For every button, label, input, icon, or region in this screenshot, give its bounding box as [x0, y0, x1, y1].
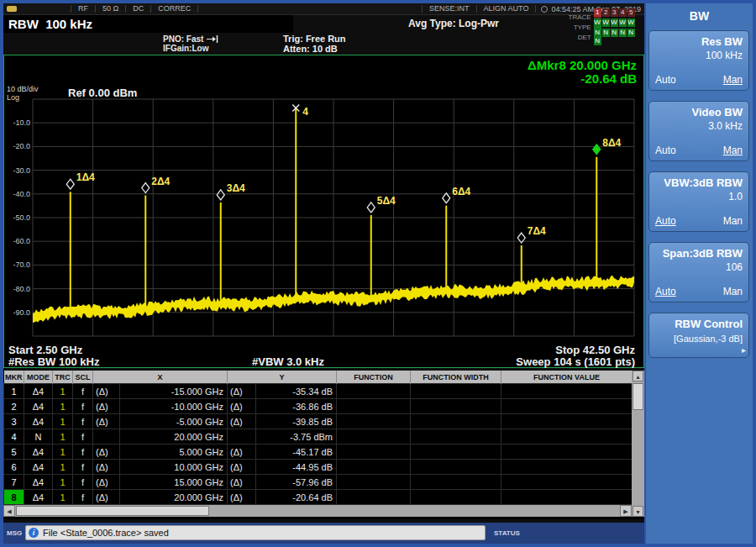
vertical-scroll-thumb[interactable]: [633, 383, 643, 410]
marker-y-value: -45.17 dB: [256, 444, 337, 460]
softkey-vbw-3db-rbw[interactable]: VBW:3dB RBW 1.0 Auto Man: [648, 171, 749, 232]
man-option[interactable]: Man: [723, 145, 743, 156]
correction-indicator: CORREC: [151, 3, 197, 14]
marker-function: [337, 490, 411, 505]
marker-function-value: [501, 460, 633, 475]
arrow-to-bar-icon: [207, 35, 218, 43]
auto-option[interactable]: Auto: [655, 215, 676, 227]
menu-title: BW: [646, 3, 753, 23]
marker-diamond: [217, 190, 224, 200]
clock-icon: [541, 6, 548, 13]
trace-number-chip: 1: [594, 8, 601, 17]
marker-label: 5Δ4: [377, 195, 396, 207]
y-axis-label: -10.0: [13, 118, 30, 127]
marker-scale: f: [73, 429, 93, 444]
marker-function: [337, 384, 411, 399]
scroll-up-icon[interactable]: ▲: [633, 371, 643, 381]
header-scl: SCL: [73, 371, 93, 384]
marker-label: 4: [302, 106, 308, 118]
message-text: File <State_0006.trace> saved: [43, 528, 169, 538]
softkey-video-bw[interactable]: Video BW 3.0 kHz Auto Man: [648, 101, 749, 161]
marker-table-row[interactable]: 8Δ41f(Δ)20.000 GHz(Δ)-20.64 dB: [4, 490, 633, 505]
marker-diamond: [367, 202, 375, 213]
scroll-down-icon[interactable]: ▼: [633, 506, 643, 517]
marker-function-width: [411, 444, 501, 460]
atten-label: Atten: 10 dB: [283, 44, 338, 54]
brand-icon: [7, 6, 17, 12]
auto-man-row: Auto Man: [655, 215, 743, 227]
header-x: X: [93, 371, 228, 384]
marker-function-value: [501, 429, 633, 444]
auto-option[interactable]: Auto: [655, 145, 676, 156]
marker-label: 7Δ4: [528, 225, 546, 237]
vertical-scrollbar[interactable]: ▲ ▼: [632, 371, 644, 517]
trigger-label: Trig: Free Run: [283, 34, 346, 44]
pno-text: PNO: Fast: [163, 34, 203, 44]
header-function: FUNCTION: [337, 371, 411, 384]
marker-function-width: [411, 414, 501, 429]
man-option[interactable]: Man: [723, 286, 743, 297]
softkey-title: Res BW: [655, 35, 743, 48]
marker-y-value: -39.85 dB: [256, 414, 337, 429]
delta-marker-readout: ΔMkr8 20.000 GHz -20.64 dB: [528, 59, 637, 86]
marker-y-delta: [228, 429, 256, 444]
marker-scale: f: [73, 475, 93, 490]
marker-diamond: [142, 183, 150, 193]
marker-number: 1: [4, 384, 24, 399]
scroll-right-icon[interactable]: ▶: [620, 505, 632, 517]
analyzer-frame: RF 50 Ω DC CORREC SENSE:INT ALIGN AUTO 0…: [0, 0, 756, 547]
horizontal-scroll-thumb[interactable]: [16, 506, 209, 516]
auto-man-row: Auto Man: [655, 74, 743, 86]
ifgain-label: IFGain:Low: [163, 44, 208, 53]
horizontal-scrollbar[interactable]: ◀ ▶: [3, 505, 632, 517]
man-option[interactable]: Man: [723, 215, 743, 227]
marker-function-value: [501, 414, 633, 429]
trace-number-chip: 4: [619, 8, 627, 17]
softkey-value: [Gaussian,-3 dB]: [655, 334, 743, 344]
softkey-value: 100 kHz: [655, 50, 743, 61]
marker-table-row[interactable]: 6Δ41f(Δ)10.000 GHz(Δ)-44.95 dB: [4, 460, 633, 475]
coupling-indicator: DC: [126, 3, 150, 14]
scroll-left-icon[interactable]: ◀: [3, 505, 15, 517]
softkey-rbw-control[interactable]: RBW Control [Gaussian,-3 dB] ▸: [648, 313, 749, 358]
delta-marker-ampl: -20.64 dB: [528, 72, 637, 86]
marker-x-delta: [93, 429, 120, 444]
marker-function-value: [501, 384, 633, 399]
softkey-span-3db-rbw[interactable]: Span:3dB RBW 106 Auto Man: [648, 242, 749, 302]
marker-y-value: -57.96 dB: [256, 475, 337, 490]
submenu-arrow-icon: ▸: [742, 345, 746, 355]
y-axis-label: -60.0: [13, 237, 30, 245]
marker-trace: 1: [53, 490, 73, 505]
marker-function: [337, 475, 411, 490]
auto-man-row: Auto Man: [655, 145, 743, 156]
marker-function-width: [411, 460, 501, 475]
header-y: Y: [228, 371, 337, 384]
align-indicator: ALIGN AUTO: [477, 3, 536, 14]
marker-x-delta: (Δ): [93, 384, 120, 399]
rf-indicator: RF: [71, 3, 95, 14]
man-option[interactable]: Man: [723, 74, 743, 86]
softkey-title: Span:3dB RBW: [655, 247, 743, 260]
res-bw-label: #Res BW 100 kHz: [8, 355, 99, 368]
marker-x-value: 20.000 GHz: [120, 429, 228, 444]
bottom-status-bar: MSG i File <State_0006.trace> saved STAT…: [3, 523, 644, 544]
marker-trace: 1: [53, 460, 73, 475]
status-label: STATUS: [494, 529, 520, 537]
auto-man-row: Auto Man: [655, 286, 743, 297]
softkey-res-bw[interactable]: Res BW 100 kHz Auto Man: [648, 30, 749, 91]
marker-table-row[interactable]: 7Δ41f(Δ)15.000 GHz(Δ)-57.96 dB: [4, 475, 633, 490]
rbw-banner: RBW 100 kHz: [3, 15, 293, 33]
marker-x-value: -5.000 GHz: [120, 414, 228, 429]
marker-table-row[interactable]: 1Δ41f(Δ)-15.000 GHz(Δ)-35.34 dB: [4, 384, 633, 399]
auto-option[interactable]: Auto: [655, 286, 676, 297]
auto-option[interactable]: Auto: [655, 74, 676, 86]
info-icon: i: [29, 528, 39, 538]
analyzer-screen: RF 50 Ω DC CORREC SENSE:INT ALIGN AUTO 0…: [3, 3, 753, 544]
marker-table-row[interactable]: 3Δ41f(Δ)-5.000 GHz(Δ)-39.85 dB: [4, 414, 633, 429]
marker-table-row[interactable]: 5Δ41f(Δ)5.000 GHz(Δ)-45.17 dB: [4, 444, 633, 460]
marker-table-row[interactable]: 2Δ41f(Δ)-10.000 GHz(Δ)-36.86 dB: [4, 399, 633, 414]
marker-table-row[interactable]: 4N1f20.000 GHz-3.75 dBm: [4, 429, 633, 444]
marker-mode: Δ4: [24, 490, 53, 505]
marker-label: 3Δ4: [227, 182, 245, 194]
softkey-sidebar: BW Res BW 100 kHz Auto Man Video BW 3.0 …: [646, 3, 753, 544]
